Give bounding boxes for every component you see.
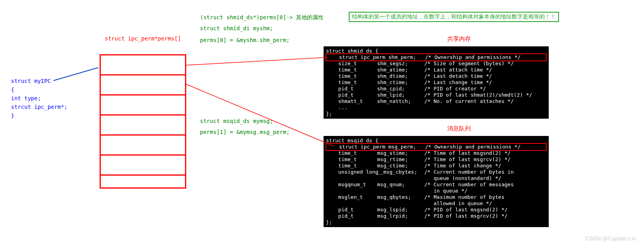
code-line: time_tshm_dtime;/* Last detach time */ [326,73,546,79]
array-cell [101,116,185,136]
code-line: int type; [11,94,67,103]
code-line: pid_tmsg_lrpid;/* PID of last msgrcv(2) … [326,213,546,219]
shm-assign: perms[0] = &myshm.shm_perm; [200,37,290,43]
svg-line-1 [185,57,328,65]
code-line: unsigned long__msg_cbytes;/* Current num… [326,169,546,175]
msg-assign: perms[1] = &mymsg.msg_perm; [200,129,290,135]
code-line: }; [326,111,546,117]
array-cell [101,55,185,75]
array-cell [101,136,185,156]
code-line: shmatt_tshm_nattch;/* No. of current att… [326,98,546,105]
code-line: } [11,111,67,120]
message-queue-title: 消息队列 [447,125,471,132]
code-line: ... [326,105,546,111]
code-line: in queue */ [326,188,546,194]
note-box: 结构体的第一个成员的地址，在数字上，和结构体对象本身的地址数字是相等的！！ [349,12,559,22]
code-line: time_tshm_atime;/* Last attach time */ [326,67,546,73]
code-line: { [11,85,67,94]
array-cell [101,75,185,95]
watermark: CSDN @Captain-Lin [585,235,636,242]
code-line: queue (nonstandard) */ [326,175,546,182]
msg-code-block: struct msqid_ds { struct ipc_perm msg_pe… [324,136,549,227]
array-cell [101,176,185,194]
code-line: strcut ipc_perm*; [11,103,67,111]
msg-decl: struct msqid_ds mymsg; [200,118,273,124]
code-line: msglen_tmsg_qbytes;/* Maximum number of … [326,194,546,200]
array-cell [101,95,185,116]
code-line: time_tmsg_ctime;/* Time of last change *… [326,163,546,169]
code-line: pid_tmsg_lspid;/* PID of last msgsnd(2) … [326,207,546,213]
array-cell [101,156,185,176]
code-line: size_tshm_segsz;/* Size of segment (byte… [326,61,546,67]
code-line: time_tshm_ctime;/* Last change time */ [326,79,546,86]
code-line: time_tmsg_stime;/* Time of last msgsnd(2… [326,150,546,156]
code-line: pid_tshm_lpid;/* PID of last shmat(2)/sh… [326,92,546,98]
code-line: msgqnum_tmsg_qnum;/* Current number of m… [326,182,546,188]
shm-decl: struct shmid_di myshm; [200,25,273,31]
shared-memory-title: 共享内存 [447,35,471,43]
svg-line-2 [185,84,334,146]
shm-code-block: struct shmid_ds { struct ipc_perm shm_pe… [324,46,549,119]
perms-array-box [100,54,186,189]
code-line: struct ipc_perm shm_perm;/* Ownership an… [326,54,546,61]
code-line: }; [326,219,546,226]
cast-line: (struct shmid_ds*)perms[0]-> 其他的属性 [200,14,324,21]
code-line: pid_tshm_cpid;/* PID of creator */ [326,86,546,92]
code-line: struct ipc_perm msg_perm;/* Ownership an… [326,144,546,150]
code-line: allowed in queue */ [326,200,546,207]
code-line: time_tmsg_rtime;/* Time of last msgrcv(2… [326,156,546,163]
code-line: struct myIPC [11,77,67,85]
perms-array-label: struct ipc_perm*perms[] [105,35,181,42]
myipc-struct: struct myIPC { int type; strcut ipc_perm… [11,77,67,120]
